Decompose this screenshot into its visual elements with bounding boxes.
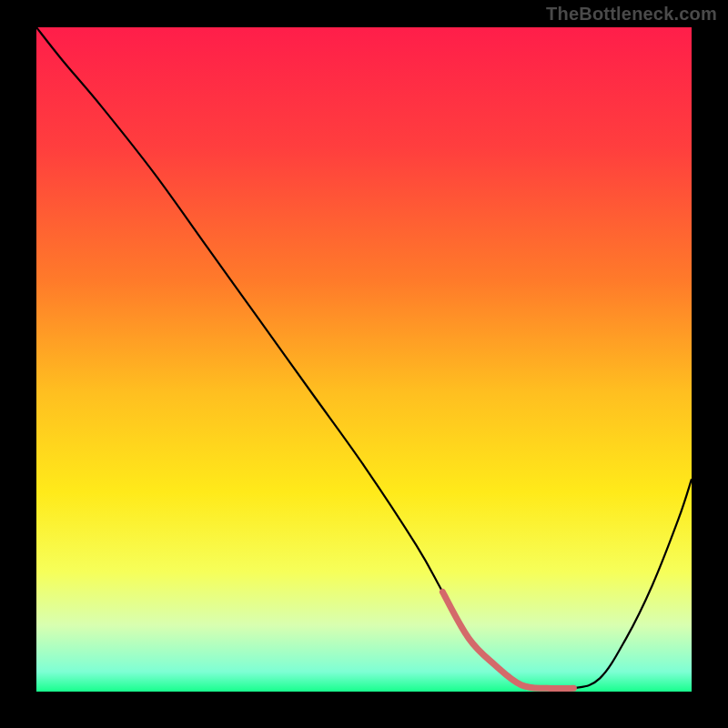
watermark-text: TheBottleneck.com: [546, 4, 717, 25]
plot-area: [36, 27, 692, 692]
gradient-background: [36, 27, 692, 692]
chart-container: TheBottleneck.com: [0, 0, 728, 728]
plot-svg: [36, 27, 692, 692]
